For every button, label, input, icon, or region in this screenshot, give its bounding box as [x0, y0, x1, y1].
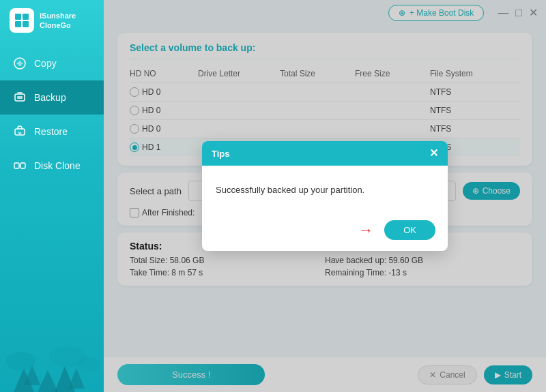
- sidebar-backup-label: Backup: [34, 92, 66, 103]
- ok-button[interactable]: OK: [384, 220, 435, 240]
- app-logo-icon: [10, 8, 34, 33]
- copy-icon: [12, 56, 27, 71]
- dialog-body: Successfully backed up your partition.: [202, 166, 448, 213]
- main-content: ⊕ + Make Boot Disk — □ ✕ Select a volume…: [104, 0, 546, 392]
- sidebar-item-copy[interactable]: Copy: [0, 46, 104, 80]
- logo-area: iSunshare CloneGo: [0, 0, 104, 41]
- nav-menu: Copy Backup Restore: [0, 46, 104, 183]
- svg-point-15: [5, 352, 35, 371]
- svg-rect-1: [23, 14, 29, 20]
- dialog-message: Successfully backed up your partition.: [216, 185, 364, 195]
- app-name: iSunshare CloneGo: [40, 11, 76, 31]
- svg-rect-6: [17, 96, 23, 99]
- svg-rect-2: [15, 21, 21, 27]
- svg-rect-0: [15, 14, 21, 20]
- svg-rect-9: [20, 163, 25, 168]
- dialog-footer: → OK: [202, 213, 448, 251]
- restore-icon: [12, 124, 27, 139]
- dialog-title: Tips: [212, 149, 230, 159]
- sidebar-copy-label: Copy: [34, 58, 57, 69]
- sidebar-item-diskclone[interactable]: Disk Clone: [0, 149, 104, 183]
- svg-rect-8: [14, 163, 19, 168]
- sidebar-cloud-decoration: [0, 331, 104, 392]
- sidebar-diskclone-label: Disk Clone: [34, 160, 81, 171]
- sidebar-item-restore[interactable]: Restore: [0, 115, 104, 149]
- arrow-right-icon: →: [358, 222, 373, 239]
- tips-dialog: Tips ✕ Successfully backed up your parti…: [202, 141, 448, 251]
- sidebar-item-backup[interactable]: Backup: [0, 80, 104, 115]
- sidebar: iSunshare CloneGo Copy: [0, 0, 104, 392]
- diskclone-icon: [12, 158, 27, 173]
- svg-marker-14: [38, 370, 58, 392]
- dialog-overlay: Tips ✕ Successfully backed up your parti…: [104, 0, 546, 392]
- svg-marker-13: [68, 368, 85, 389]
- svg-rect-3: [23, 21, 29, 27]
- dialog-header: Tips ✕: [202, 141, 448, 166]
- backup-icon: [12, 90, 27, 105]
- sidebar-restore-label: Restore: [34, 126, 68, 137]
- svg-point-17: [76, 357, 101, 372]
- dialog-close-button[interactable]: ✕: [429, 148, 438, 159]
